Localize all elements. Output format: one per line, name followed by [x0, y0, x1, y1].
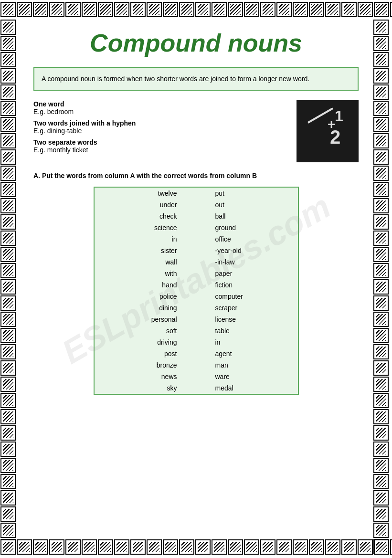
border-cell — [373, 458, 389, 473]
border-left — [0, 19, 19, 539]
border-cell — [179, 2, 194, 17]
border-cell — [0, 409, 16, 424]
word-type-hyphen: Two words joined with a hyphen E.g. dini… — [33, 119, 287, 135]
border-cell — [358, 2, 373, 17]
border-cell — [0, 133, 16, 148]
border-cell — [212, 2, 227, 17]
col-a-cell: with — [95, 268, 196, 279]
border-cell — [373, 247, 389, 262]
col-a-cell: dining — [95, 302, 196, 314]
border-cell — [309, 2, 324, 17]
table-row: diningscraper — [95, 302, 298, 314]
table-row: personallicense — [95, 314, 298, 325]
border-cell — [373, 295, 389, 311]
col-a-cell: bronze — [95, 359, 196, 371]
border-cell — [0, 425, 16, 441]
border-cell — [0, 328, 16, 343]
table-row: sister-year-old — [95, 245, 298, 256]
border-cell — [130, 539, 146, 555]
border-cell — [0, 149, 16, 165]
border-cell — [373, 377, 389, 392]
border-cell — [0, 84, 16, 100]
table-row: twelveput — [95, 188, 298, 199]
border-cell — [373, 523, 389, 538]
col-b-cell: ball — [196, 211, 298, 222]
border-cell — [0, 20, 16, 35]
border-cell — [373, 68, 389, 84]
col-a-cell: soft — [95, 325, 196, 337]
border-cell — [373, 442, 389, 457]
border-cell — [65, 2, 81, 17]
border-cell — [373, 425, 389, 441]
border-cell — [130, 2, 146, 17]
border-cell — [373, 474, 389, 489]
main-content: ESLprintables.com Compound nouns A compo… — [19, 19, 373, 539]
col-b-cell: ware — [196, 371, 298, 382]
col-b-cell: scraper — [196, 302, 298, 314]
border-cell — [293, 2, 308, 17]
border-cell — [17, 539, 32, 555]
border-cell — [373, 20, 389, 35]
word-type-two-words: Two separate words E.g. monthly ticket — [33, 138, 287, 154]
border-cell — [17, 2, 32, 17]
border-cell — [0, 539, 16, 555]
border-cell — [374, 539, 389, 555]
border-cell — [373, 393, 389, 408]
col-b-cell: out — [196, 199, 298, 211]
border-cell — [195, 539, 211, 555]
border-cell — [147, 539, 162, 555]
border-top — [0, 0, 392, 19]
col-a-cell: under — [95, 199, 196, 211]
border-cell — [0, 344, 16, 359]
border-cell — [276, 539, 292, 555]
border-cell — [0, 263, 16, 278]
col-b-cell: ground — [196, 222, 298, 233]
col-b-cell: license — [196, 314, 298, 325]
table-row: newsware — [95, 371, 298, 382]
border-cell — [390, 539, 392, 555]
border-cell — [0, 523, 16, 538]
page-title: Compound nouns — [33, 29, 359, 57]
border-cell — [373, 198, 389, 213]
border-cell — [373, 84, 389, 100]
definition-text: A compound noun is formed when two short… — [42, 75, 309, 83]
definition-box: A compound noun is formed when two short… — [33, 67, 359, 91]
col-b-cell: office — [196, 233, 298, 245]
border-cell — [0, 2, 16, 17]
col-b-cell: in — [196, 337, 298, 348]
border-cell — [390, 2, 392, 17]
border-cell — [373, 409, 389, 424]
border-cell — [0, 458, 16, 473]
word-type-one-word: One word E.g. bedroom — [33, 100, 287, 116]
col-a-cell: twelve — [95, 188, 196, 199]
border-cell — [49, 2, 64, 17]
border-cell — [373, 52, 389, 67]
border-cell — [373, 117, 389, 132]
col-a-cell: news — [95, 371, 196, 382]
table-row: scienceground — [95, 222, 298, 233]
border-cell — [373, 263, 389, 278]
instruction-text: A. Put the words from column A with the … — [33, 172, 359, 179]
col-b-cell: computer — [196, 291, 298, 302]
word-type-example-1: E.g. bedroom — [33, 108, 287, 116]
border-cell — [0, 198, 16, 213]
table-row: handfiction — [95, 279, 298, 291]
border-cell — [373, 149, 389, 165]
border-cell — [373, 279, 389, 295]
border-cell — [0, 36, 16, 51]
border-cell — [0, 231, 16, 246]
col-a-cell: wall — [95, 256, 196, 268]
col-b-cell: -year-old — [196, 245, 298, 256]
border-cell — [98, 2, 113, 17]
border-cell — [49, 539, 64, 555]
border-cell — [0, 393, 16, 408]
border-bottom — [0, 539, 392, 558]
border-cell — [0, 117, 16, 132]
border-right — [373, 19, 392, 539]
border-cell — [98, 539, 113, 555]
border-cell — [0, 506, 16, 522]
border-cell — [373, 490, 389, 505]
col-a-cell: personal — [95, 314, 196, 325]
word-type-example-2: E.g. dining-table — [33, 127, 287, 135]
border-cell — [0, 101, 16, 116]
